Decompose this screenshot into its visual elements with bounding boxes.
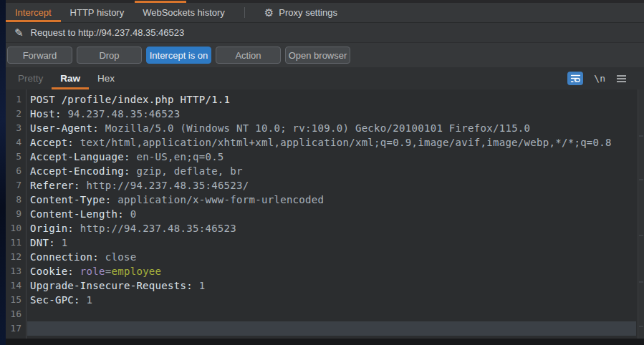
tab-intercept-label: Intercept — [15, 7, 52, 18]
code-line-11[interactable]: DNT: 1 — [27, 235, 638, 250]
code-line-10[interactable]: Origin: http://94.237.48.35:46523 — [27, 221, 638, 235]
code-segment: Content-Length: — [30, 208, 124, 220]
code-line-2[interactable]: Host: 94.237.48.35:46523 — [27, 107, 638, 121]
code-segment: Upgrade-Insecure-Requests: — [30, 280, 193, 291]
code-lines[interactable]: POST /profile/index.php HTTP/1.1Host: 94… — [27, 89, 638, 339]
code-segment: User-Agent: — [30, 122, 99, 134]
tab-proxy-settings-label: Proxy settings — [279, 7, 337, 18]
line-number-6: 6 — [6, 164, 26, 178]
code-segment: http://94.237.48.35:46523/ — [80, 180, 249, 191]
editor-toolbar: Pretty Raw Hex \n — [6, 67, 644, 89]
line-number-11: 11 — [6, 235, 26, 250]
panel-bottom-edge — [6, 339, 644, 345]
code-segment: Cookie: — [30, 266, 74, 277]
code-line-5[interactable]: Accept-Language: en-US,en;q=0.5 — [27, 150, 638, 164]
tab-http-history-label: HTTP history — [70, 7, 125, 18]
tab-websockets-history-label: WebSockets history — [143, 7, 225, 18]
code-segment: Connection: — [30, 251, 99, 263]
proxy-tabbar: Intercept HTTP history WebSockets histor… — [6, 3, 644, 23]
code-line-1[interactable]: POST /profile/index.php HTTP/1.1 — [27, 92, 638, 107]
newline-toggle-icon[interactable]: \n — [594, 73, 605, 84]
code-segment: 1 — [193, 280, 205, 291]
request-editor[interactable]: 1234567891011121314151617 POST /profile/… — [6, 89, 644, 339]
code-line-14[interactable]: Upgrade-Insecure-Requests: 1 — [27, 278, 638, 293]
code-segment: DNT: — [30, 237, 55, 248]
line-number-16: 16 — [6, 307, 26, 321]
code-segment: Accept-Encoding: — [30, 165, 130, 177]
line-number-3: 3 — [6, 121, 26, 135]
code-line-7[interactable]: Referer: http://94.237.48.35:46523/ — [27, 178, 638, 193]
request-title: Request to http://94.237.48.35:46523 — [31, 27, 185, 38]
line-number-14: 14 — [6, 278, 26, 293]
scrollbar-mark — [639, 326, 643, 327]
tab-intercept[interactable]: Intercept — [6, 3, 61, 22]
line-number-2: 2 — [6, 107, 26, 121]
line-number-5: 5 — [6, 150, 26, 164]
code-line-9[interactable]: Content-Length: 0 — [27, 207, 638, 221]
drop-button[interactable]: Drop — [77, 47, 142, 64]
tab-hex-label: Hex — [97, 73, 115, 84]
code-segment: close — [99, 251, 136, 263]
tab-hex[interactable]: Hex — [89, 67, 123, 89]
line-number-13: 13 — [6, 264, 26, 278]
pencil-icon: ✎ — [14, 27, 24, 38]
tab-raw[interactable]: Raw — [52, 67, 89, 89]
desktop-wallpaper-strip — [0, 0, 6, 345]
line-number-9: 9 — [6, 207, 26, 221]
code-segment: 94.237.48.35:46523 — [62, 108, 181, 120]
editor-scrollbar[interactable] — [638, 89, 644, 339]
code-line-3[interactable]: User-Agent: Mozilla/5.0 (Windows NT 10.0… — [27, 121, 638, 135]
code-line-4[interactable]: Accept: text/html,application/xhtml+xml,… — [27, 135, 638, 150]
code-segment: 1 — [80, 294, 92, 306]
code-line-17[interactable] — [27, 321, 636, 336]
scrollbar-mark — [639, 281, 643, 283]
line-number-15: 15 — [6, 293, 26, 307]
code-segment: 0 — [124, 208, 136, 220]
code-segment: role — [80, 266, 105, 277]
code-line-13[interactable]: Cookie: role=employee — [27, 264, 638, 278]
line-number-7: 7 — [6, 178, 26, 193]
code-segment: = — [105, 266, 112, 277]
code-segment: Content-Type: — [30, 194, 111, 205]
code-segment — [74, 266, 80, 277]
tab-http-history[interactable]: HTTP history — [61, 3, 134, 22]
editor-toolbar-right: \n — [567, 67, 644, 89]
code-line-6[interactable]: Accept-Encoding: gzip, deflate, br — [27, 164, 638, 178]
code-segment: Mozilla/5.0 (Windows NT 10.0; rv:109.0) … — [99, 122, 530, 134]
tab-websockets-history[interactable]: WebSockets history — [133, 3, 234, 22]
code-segment: POST /profile/index.php HTTP/1.1 — [30, 94, 230, 105]
menu-icon[interactable] — [616, 74, 627, 83]
line-number-10: 10 — [6, 221, 26, 235]
scrollbar-mark — [639, 179, 643, 180]
code-segment: Origin: — [30, 223, 74, 234]
forward-button[interactable]: Forward — [7, 47, 72, 64]
line-number-8: 8 — [6, 193, 26, 207]
code-segment: text/html,application/xhtml+xml,applicat… — [74, 137, 612, 148]
scrollbar-mark — [639, 235, 643, 236]
code-segment: gzip, deflate, br — [130, 165, 243, 177]
code-line-15[interactable]: Sec-GPC: 1 — [27, 293, 638, 307]
gutter: 1234567891011121314151617 — [6, 89, 27, 339]
line-number-17: 17 — [6, 321, 26, 336]
code-segment: employee — [112, 266, 162, 277]
gear-icon: ⚙ — [264, 7, 274, 18]
code-line-8[interactable]: Content-Type: application/x-www-form-url… — [27, 193, 638, 207]
line-number-12: 12 — [6, 250, 26, 264]
tab-pretty[interactable]: Pretty — [9, 67, 52, 89]
tabbar-separator — [244, 7, 245, 18]
tab-proxy-settings[interactable]: ⚙ Proxy settings — [255, 3, 347, 22]
intercept-toggle-button[interactable]: Intercept is on — [146, 47, 211, 64]
open-browser-button[interactable]: Open browser — [285, 47, 350, 64]
tab-pretty-label: Pretty — [18, 73, 43, 84]
line-number-4: 4 — [6, 135, 26, 150]
code-segment: Host: — [30, 108, 62, 120]
code-segment: en-US,en;q=0.5 — [130, 151, 224, 162]
code-segment: 1 — [55, 237, 67, 248]
soft-wrap-toggle-icon[interactable] — [567, 72, 583, 85]
burp-proxy-panel: Intercept HTTP history WebSockets histor… — [6, 0, 644, 345]
code-line-12[interactable]: Connection: close — [27, 250, 638, 264]
action-button[interactable]: Action — [216, 47, 281, 64]
code-segment: Accept: — [30, 137, 74, 148]
tab-raw-label: Raw — [60, 73, 80, 84]
code-line-16[interactable] — [27, 307, 638, 321]
